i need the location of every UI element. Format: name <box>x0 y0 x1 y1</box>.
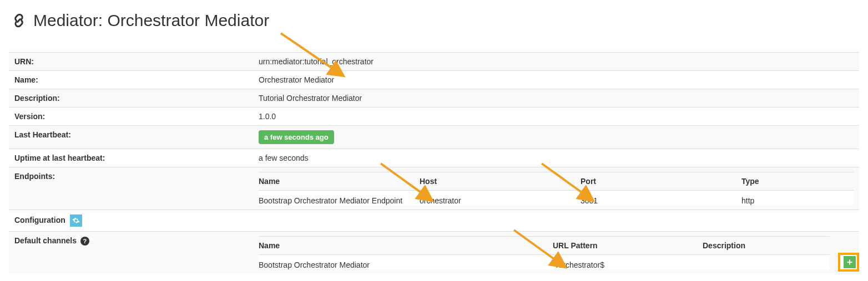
channels-header-name: Name <box>259 237 553 255</box>
endpoints-header-port: Port <box>581 172 741 191</box>
row-default-channels: Default channels ? Name URL Pattern Desc… <box>9 232 859 274</box>
row-uptime: Uptime at last heartbeat: a few seconds <box>9 149 859 167</box>
channels-table: Name URL Pattern Description Bootstrap O… <box>259 236 830 269</box>
row-urn: URN: urn:mediator:tutorial_orchestrator <box>9 53 859 71</box>
endpoint-row: Bootstrap Orchestrator Mediator Endpoint… <box>259 191 854 206</box>
label-last-heartbeat: Last Heartbeat: <box>9 126 253 149</box>
label-description: Description: <box>9 89 253 108</box>
add-channel-button[interactable] <box>844 256 856 268</box>
endpoint-type: http <box>741 191 854 206</box>
page-header: Mediator: Orchestrator Mediator <box>11 11 859 30</box>
link-icon <box>11 13 27 28</box>
endpoints-header-type: Type <box>741 172 854 191</box>
row-last-heartbeat: Last Heartbeat: a few seconds ago <box>9 126 859 149</box>
value-name: Orchestrator Mediator <box>253 71 859 89</box>
configuration-settings-button[interactable] <box>70 214 82 227</box>
help-icon[interactable]: ? <box>80 237 89 246</box>
label-version: Version: <box>9 108 253 126</box>
channel-url-pattern: ^/orchestrator$ <box>553 255 703 270</box>
row-description: Description: Tutorial Orchestrator Media… <box>9 89 859 108</box>
label-name: Name: <box>9 71 253 89</box>
label-endpoints: Endpoints: <box>9 167 253 210</box>
channel-name: Bootstrap Orchestrator Mediator <box>259 255 553 270</box>
value-version: 1.0.0 <box>253 108 859 126</box>
label-uptime: Uptime at last heartbeat: <box>9 149 253 167</box>
value-urn: urn:mediator:tutorial_orchestrator <box>253 53 859 71</box>
value-description: Tutorial Orchestrator Mediator <box>253 89 859 108</box>
gear-icon <box>72 217 80 224</box>
mediator-details-table: URN: urn:mediator:tutorial_orchestrator … <box>9 52 859 274</box>
heartbeat-badge: a few seconds ago <box>259 130 334 144</box>
row-endpoints: Endpoints: Name Host Port Type Bootstrap… <box>9 167 859 210</box>
channel-row: Bootstrap Orchestrator Mediator ^/orches… <box>259 255 830 270</box>
plus-icon <box>846 259 853 265</box>
channels-header-url-pattern: URL Pattern <box>553 237 703 255</box>
endpoints-header-host: Host <box>420 172 581 191</box>
channels-header-description: Description <box>703 237 830 255</box>
row-configuration: Configuration <box>9 210 859 232</box>
page-title: Mediator: Orchestrator Mediator <box>33 11 269 30</box>
endpoint-name: Bootstrap Orchestrator Mediator Endpoint <box>259 191 420 206</box>
label-default-channels: Default channels <box>14 236 77 245</box>
add-channel-highlight <box>838 253 859 272</box>
endpoints-header-name: Name <box>259 172 420 191</box>
row-version: Version: 1.0.0 <box>9 108 859 126</box>
row-name: Name: Orchestrator Mediator <box>9 71 859 89</box>
endpoint-host: orchestrator <box>420 191 581 206</box>
label-configuration: Configuration <box>14 216 65 224</box>
label-urn: URN: <box>9 53 253 71</box>
value-uptime: a few seconds <box>253 149 859 167</box>
endpoints-table: Name Host Port Type Bootstrap Orchestrat… <box>259 172 854 205</box>
endpoint-port: 3001 <box>581 191 741 206</box>
channel-description <box>703 255 830 270</box>
